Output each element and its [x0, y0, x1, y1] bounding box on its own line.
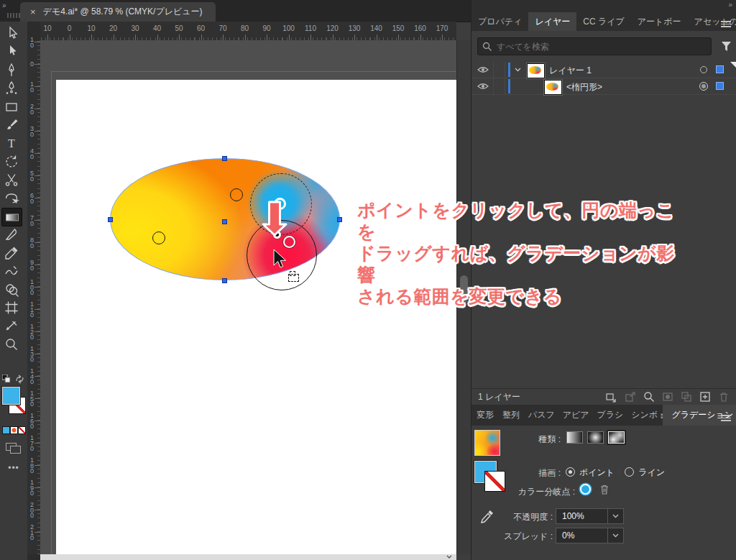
- draw-point-label[interactable]: ポイント: [579, 467, 615, 477]
- freeform-gradient-button[interactable]: [608, 431, 625, 444]
- anchor-center[interactable]: [222, 219, 227, 224]
- panel-tab-ブラシ[interactable]: ブラシ: [592, 405, 626, 426]
- layer-row[interactable]: レイヤー 1: [472, 62, 736, 78]
- drawing-modes-button[interactable]: [6, 443, 20, 453]
- gradient-stop-orange[interactable]: [230, 188, 243, 201]
- gradient-type-buttons: [566, 431, 625, 444]
- collapse-dock-icon[interactable]: »: [2, 1, 6, 9]
- anchor-top[interactable]: [222, 156, 227, 161]
- panel-tab-アートボー[interactable]: アートボー: [631, 12, 688, 31]
- rectangle-tool[interactable]: [1, 98, 21, 116]
- v-ruler-label: 9 0: [27, 260, 37, 271]
- export-icon[interactable]: [625, 391, 636, 403]
- fill-swatch[interactable]: [2, 387, 20, 405]
- target-circle-icon[interactable]: [700, 66, 707, 73]
- edit-toolbar-icon[interactable]: •••: [0, 463, 27, 473]
- knife-tool[interactable]: [1, 226, 21, 243]
- document-tab[interactable]: × デモ4.ai* @ 58.79 % (CMYK/プレビュー): [20, 2, 216, 22]
- panel-tab-プロパティ[interactable]: プロパティ: [472, 12, 528, 31]
- artboard-tool[interactable]: [1, 299, 21, 316]
- collapse-panel-icon[interactable]: »: [728, 1, 732, 9]
- layer-thumbnail[interactable]: [527, 63, 545, 78]
- search-input[interactable]: [477, 37, 712, 55]
- create-sublayer-icon[interactable]: [681, 391, 692, 403]
- opacity-value[interactable]: 100%: [556, 511, 607, 521]
- swap-fill-stroke-icon[interactable]: [15, 375, 24, 384]
- gradient-panel: 種類 : 描画 : ポイントライン カラー分岐点 : 不透明度 :: [472, 426, 736, 560]
- chevron-down-icon[interactable]: [607, 528, 623, 543]
- shaper-tool[interactable]: [1, 190, 21, 207]
- target-circle-targeted-icon[interactable]: [699, 82, 708, 91]
- spread-value[interactable]: 0%: [556, 531, 607, 541]
- gradient-tool[interactable]: [1, 208, 22, 226]
- panel-tab-CC ライブ[interactable]: CC ライブ: [576, 12, 631, 31]
- layers-panel-menu-icon[interactable]: [721, 17, 731, 30]
- delete-layer-icon[interactable]: [718, 391, 730, 403]
- radial-gradient-button[interactable]: [587, 431, 604, 444]
- panel-tab-シンボ[interactable]: シンボ: [626, 405, 661, 426]
- gradient-preview-swatch[interactable]: [474, 430, 500, 456]
- filter-icon[interactable]: [721, 41, 732, 52]
- horizontal-scrollbar[interactable]: [40, 554, 456, 560]
- close-tab-icon[interactable]: ×: [30, 7, 36, 17]
- draw-line-radio[interactable]: [625, 467, 634, 477]
- locate-object-icon[interactable]: [643, 391, 655, 403]
- panel-tab-アピア[interactable]: アピア: [558, 405, 592, 426]
- eyedropper-tool[interactable]: [1, 244, 21, 262]
- spread-dropdown[interactable]: 0%: [556, 528, 624, 543]
- visibility-eye-icon[interactable]: [477, 83, 489, 90]
- anchor-right[interactable]: [337, 217, 342, 222]
- type-tool[interactable]: T: [1, 134, 21, 152]
- gradient-stop-yellow[interactable]: [152, 231, 165, 244]
- opacity-dropdown[interactable]: 100%: [556, 508, 624, 524]
- pen-tool[interactable]: [1, 62, 21, 79]
- horizontal-ruler[interactable]: 1001020304050607080901001101201301401501…: [40, 22, 456, 41]
- expand-chevron-icon[interactable]: [515, 68, 521, 72]
- slice-tool[interactable]: [1, 317, 21, 334]
- layer-name[interactable]: レイヤー 1: [549, 65, 592, 77]
- delete-stop-trash-icon[interactable]: [599, 484, 610, 495]
- h-ruler-label: 140: [370, 24, 382, 32]
- none-mode-button[interactable]: [18, 426, 26, 434]
- panel-tab-整列[interactable]: 整列: [497, 405, 523, 426]
- selection-square[interactable]: [716, 65, 724, 73]
- curvature-tool[interactable]: [1, 80, 21, 97]
- color-stop-swatch[interactable]: [580, 484, 591, 495]
- anchor-bottom[interactable]: [222, 278, 227, 283]
- artboard[interactable]: [56, 80, 456, 554]
- panel-tab-パスフ[interactable]: パスフ: [523, 405, 558, 426]
- default-fill-stroke-icon[interactable]: [2, 375, 11, 383]
- gradient-panel-menu-icon[interactable]: [721, 411, 731, 424]
- vertical-ruler[interactable]: 1 001 02 03 04 05 06 07 08 09 01 0 01 1 …: [27, 40, 41, 554]
- collect-artwork-icon[interactable]: [606, 391, 617, 403]
- color-mode-button[interactable]: [2, 426, 10, 434]
- gradient-mode-button[interactable]: [10, 426, 18, 434]
- scroll-chevron-icon[interactable]: [446, 555, 453, 559]
- h-ruler-label: 90: [262, 24, 270, 32]
- create-layer-icon[interactable]: [699, 391, 711, 403]
- scissors-tool[interactable]: [1, 171, 21, 188]
- direct-selection-tool[interactable]: [1, 43, 21, 60]
- object-thumbnail[interactable]: [544, 80, 562, 95]
- make-clipping-mask-icon[interactable]: [662, 391, 673, 403]
- object-name[interactable]: <楕円形>: [566, 81, 602, 93]
- rotate-tool[interactable]: [1, 153, 21, 170]
- selection-square[interactable]: [716, 82, 724, 90]
- smooth-tool[interactable]: [1, 262, 21, 280]
- linear-gradient-button[interactable]: [566, 431, 583, 444]
- draw-line-label[interactable]: ライン: [638, 467, 665, 477]
- chevron-down-icon[interactable]: [607, 509, 623, 523]
- zoom-tool[interactable]: [1, 336, 21, 353]
- object-row[interactable]: <楕円形>: [472, 78, 736, 95]
- selection-tool[interactable]: [1, 25, 21, 42]
- h-ruler-label: 120: [326, 24, 339, 32]
- draw-point-radio[interactable]: [566, 467, 575, 477]
- anchor-left[interactable]: [108, 217, 113, 222]
- paintbrush-tool[interactable]: [1, 116, 21, 134]
- h-ruler-label: 110: [305, 24, 316, 32]
- v-ruler-label: 2 1 0: [27, 525, 37, 541]
- panel-tab-レイヤー[interactable]: レイヤー: [528, 12, 576, 31]
- visibility-eye-icon[interactable]: [477, 66, 489, 73]
- shape-builder-tool[interactable]: [1, 281, 21, 298]
- panel-tab-変形[interactable]: 変形: [472, 405, 497, 426]
